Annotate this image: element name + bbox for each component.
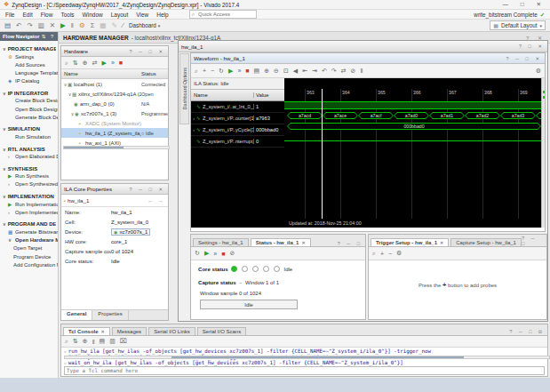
sidebar-item-program-device[interactable]: Program Device (0, 252, 58, 260)
tree-row-localhost[interactable]: ∨ ▣ localhost (1) Connected (61, 79, 168, 89)
zoom-in-icon[interactable]: ⊕ (264, 68, 269, 75)
tab-tcl-console[interactable]: Tcl Console✕ (63, 327, 110, 335)
zoom-out-icon[interactable]: ⊖ (274, 68, 279, 75)
sidebar-item-generate-bitstream[interactable]: ▦Generate Bitstream (0, 228, 58, 236)
hardware-hscrollbar[interactable] (63, 146, 170, 149)
menu-view[interactable]: View (136, 12, 148, 18)
section-simulation[interactable]: ∨SIMULATION (3, 126, 56, 132)
tcl-command-input[interactable] (64, 366, 545, 375)
tab-capture-setup[interactable]: Capture Setup - hw_ila_1 (450, 238, 522, 246)
window-controls[interactable]: — □ ✕ (503, 1, 546, 8)
report-icon[interactable]: ▦ (100, 21, 106, 29)
sidebar-item-run-simulation[interactable]: Run Simulation (0, 132, 58, 140)
sidebar-item-create-block-design[interactable]: Create Block Design (0, 97, 58, 105)
run-immediate-icon[interactable]: » (111, 60, 115, 66)
run-trigger-icon[interactable]: ▶ (102, 60, 107, 67)
goto-cursor-icon[interactable]: ◀ (293, 68, 298, 75)
probe-icon[interactable]: ∕ (123, 21, 124, 29)
window-controls[interactable]: ? □ ✕ (519, 44, 545, 49)
sidebar-item-open-synthesized-design[interactable]: ›Open Synthesized Desi (0, 180, 58, 188)
search-icon[interactable]: ⌕ (195, 68, 198, 75)
delete-icon[interactable]: ✕ (50, 21, 55, 29)
column-value[interactable]: Value (253, 92, 284, 98)
tab-properties[interactable]: Properties (92, 310, 128, 320)
column-name[interactable]: Name (191, 92, 253, 98)
stop-icon[interactable]: ■ (245, 68, 249, 74)
pause-icon[interactable]: ‖ (92, 339, 95, 345)
menu-file[interactable]: File (5, 12, 14, 18)
section-ip-integrator[interactable]: ∨IP INTEGRATOR (3, 91, 56, 96)
search-icon[interactable]: ⌕ (65, 60, 68, 67)
undo-zoom-icon[interactable]: ↶ (322, 68, 327, 75)
run-immediate-icon[interactable]: » (237, 68, 241, 74)
device-link[interactable]: ◉ xc7z007s_1 (111, 228, 150, 236)
tree-row-target[interactable]: ∨ ▦ xilinx_tcf/Xilinx/1234-q1A (2) Open (61, 89, 168, 99)
zoom-fit-icon[interactable]: ⊡ (283, 68, 289, 75)
dashboard-dropdown[interactable]: Dashboard ▾ (129, 22, 160, 28)
waveform-cursor[interactable] (322, 89, 323, 219)
column-status[interactable]: Status (141, 71, 168, 76)
section-implementation[interactable]: ∨IMPLEMENTATION (3, 194, 56, 199)
redo-zoom-icon[interactable]: ↷ (331, 68, 337, 75)
save-icon[interactable]: ▤ (4, 21, 11, 29)
menu-tools[interactable]: Tools (60, 12, 74, 18)
run-immediate-icon[interactable]: » (213, 251, 217, 257)
column-name[interactable]: Name (61, 71, 141, 76)
panel-window-controls[interactable]: ? ─ □ ✕ (506, 56, 542, 61)
panel-window-controls[interactable]: ? ─ □ (338, 241, 365, 246)
panel-window-controls[interactable]: ? ─ □ ✕ (130, 187, 165, 192)
menu-help[interactable]: Help (156, 12, 168, 18)
tab-serial-io-links[interactable]: Serial I/O Links (148, 327, 195, 335)
tree-row-hw-ila[interactable]: ▪ hw_ila_1 (Z_system_ila_ ○ Idle (61, 128, 168, 138)
sidebar-item-open-implemented-design[interactable]: ›Open Implemented Des (0, 208, 58, 216)
scroll-lock-icon[interactable]: ⊕ (83, 338, 88, 345)
hw-ila-window-titlebar[interactable]: hw_ila_1 ? □ ✕ (179, 41, 547, 52)
signal-row-counter[interactable]: › ∿ Z_system_i/P..ounter[19:0] a7963 (191, 113, 284, 124)
run-trigger-icon[interactable]: ▶ (204, 250, 209, 257)
close-icon[interactable]: ✕ (101, 329, 105, 334)
sidebar-item-settings[interactable]: ⚙Settings (0, 52, 58, 60)
menu-edit[interactable]: Edit (22, 12, 32, 18)
run-trigger-icon[interactable]: ▶ (228, 68, 233, 75)
menu-layout[interactable]: Layout (111, 12, 129, 18)
tab-settings[interactable]: Settings - hw_ila_1 (193, 238, 249, 246)
sidebar-item-open-block-design[interactable]: Open Block Design (0, 105, 58, 113)
add-probe-icon[interactable]: + (380, 251, 384, 257)
section-project-manager[interactable]: ∨PROJECT MANAGER (3, 46, 56, 52)
sidebar-item-ip-catalog[interactable]: ◈IP Catalog (0, 77, 58, 85)
panel-window-controls[interactable]: ? ─ □ ⧉ (509, 329, 547, 335)
quick-access-input[interactable] (196, 11, 251, 18)
refresh-icon[interactable]: ↻ (195, 250, 200, 257)
stop-icon[interactable]: ■ (119, 60, 123, 66)
section-program-and-debug[interactable]: ∨PROGRAM AND DEBUG (3, 221, 56, 227)
remove-probe-icon[interactable]: − (211, 68, 214, 74)
panel-window-controls[interactable]: ? ─ □ (522, 236, 546, 246)
edit-icon[interactable]: ✎ (111, 21, 116, 29)
connect-icon[interactable]: ⊕ (83, 60, 88, 67)
refresh-icon[interactable]: ⇄ (92, 60, 98, 67)
add-probe-icon[interactable]: + (203, 68, 206, 74)
waveform-settings-gear-icon[interactable]: ⚙ (536, 68, 541, 75)
clear-icon[interactable]: ⌧ (120, 338, 127, 345)
waveform-vscrollbar[interactable] (541, 78, 545, 228)
tab-messages[interactable]: Messages (112, 327, 147, 335)
sidebar-item-generate-block-design[interactable]: Generate Block Design (0, 113, 58, 121)
menu-flow[interactable]: Flow (41, 12, 53, 18)
tab-status[interactable]: Status - hw_ila_1✕ (251, 238, 311, 246)
copy-icon[interactable]: ▥ (38, 21, 44, 29)
tree-row-arm-dap[interactable]: ◉ arm_dap_0 (0) N/A (61, 99, 168, 108)
layout-select[interactable]: ▦ Default Layout ▾ (490, 20, 546, 30)
redo-icon[interactable]: ↷ (27, 21, 32, 29)
tree-row-device[interactable]: ∨ ◉ xc7z007s_1 (3) Programmed (61, 108, 168, 118)
export-icon[interactable]: ▤ (254, 68, 260, 75)
sidebar-item-open-hardware-manager[interactable]: ∨Open Hardware Manag (0, 236, 58, 244)
sidebar-item-open-target[interactable]: Open Target (0, 244, 58, 252)
tab-serial-io-scans[interactable]: Serial I/O Scans (197, 327, 246, 335)
waveform-canvas[interactable]: 363364365366367368369a7acda7acea7acfa7ad… (284, 78, 541, 228)
close-icon[interactable]: ✕ (440, 240, 443, 245)
refresh-icon[interactable]: ↻ (219, 68, 224, 75)
search-icon[interactable]: ⌕ (372, 250, 376, 257)
tcl-hscrollbar[interactable] (64, 356, 550, 359)
gear-icon[interactable]: ⚙ (396, 250, 402, 257)
signal-row-led[interactable]: ∿ Z_system_i/..w_Int_0_LED 1 (191, 101, 284, 113)
